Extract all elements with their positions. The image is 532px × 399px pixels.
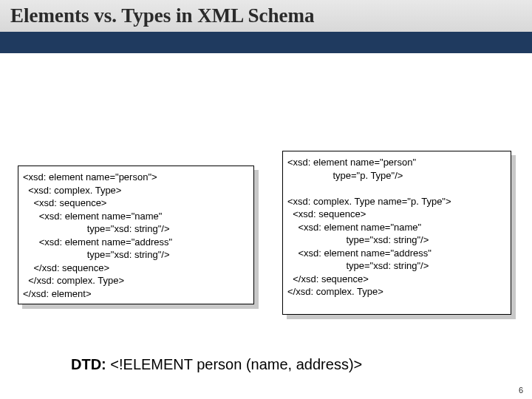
dtd-label: DTD: [71,356,106,372]
slide-title: Elements vs. Types in XML Schema [10,4,315,27]
dtd-value: <!ELEMENT person (name, address)> [106,356,362,372]
right-code: <xsd: element name="person" type="p. Typ… [283,151,511,303]
left-code-box: <xsd: element name="person"> <xsd: compl… [18,166,254,304]
dtd-line: DTD: <!ELEMENT person (name, address)> [71,356,362,373]
left-code: <xsd: element name="person"> <xsd: compl… [18,166,253,304]
title-bar: Elements vs. Types in XML Schema [0,0,532,53]
right-code-box: <xsd: element name="person" type="p. Typ… [282,151,511,315]
slide-number: 6 [519,386,523,395]
